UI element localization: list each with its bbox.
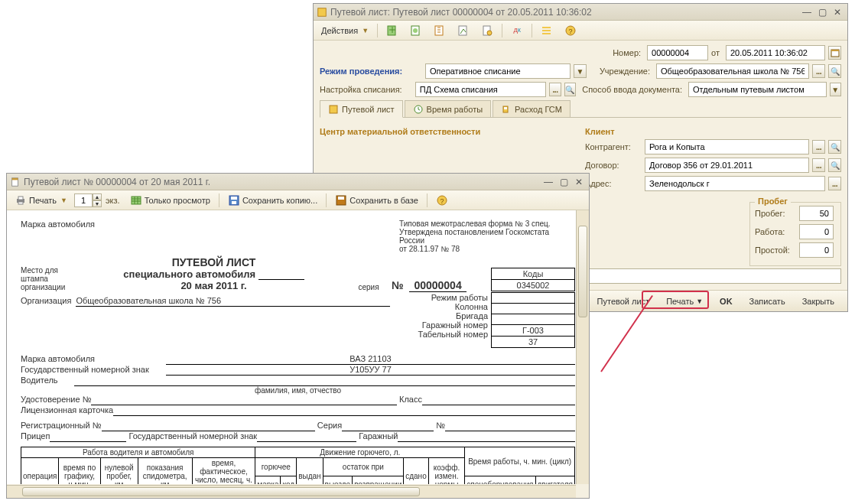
help-button[interactable]: ? bbox=[431, 193, 453, 208]
toolbar-icon-3[interactable] bbox=[429, 23, 450, 38]
search-icon[interactable]: 🔍 bbox=[828, 140, 841, 154]
search-icon[interactable]: 🔍 bbox=[564, 83, 576, 96]
svg-rect-18 bbox=[504, 107, 507, 109]
toolbar: Действия▼ ДК ? bbox=[314, 21, 847, 41]
maximize-button[interactable]: ▢ bbox=[557, 177, 571, 187]
class-label: Класс bbox=[399, 395, 422, 405]
mileage-legend: Пробег bbox=[755, 197, 791, 206]
toolbar-icon-debit-credit[interactable]: ДК bbox=[506, 23, 528, 38]
select-button[interactable] bbox=[812, 158, 825, 172]
number-input[interactable] bbox=[647, 45, 708, 60]
contract-input[interactable] bbox=[645, 158, 809, 173]
close-button[interactable]: ✕ bbox=[572, 177, 586, 187]
toolbar-icon-2[interactable] bbox=[405, 23, 427, 38]
work-input[interactable] bbox=[799, 224, 834, 239]
print-menu-button[interactable]: Печать▼ bbox=[659, 294, 710, 309]
series-label: серия bbox=[346, 283, 392, 291]
titlebar: Путевой лист № 00000004 от 20 мая 2011 г… bbox=[7, 174, 589, 190]
help-button[interactable]: ? bbox=[560, 23, 581, 38]
horizontal-scrollbar[interactable] bbox=[7, 485, 576, 498]
dropdown-icon[interactable]: ▼ bbox=[574, 64, 587, 78]
driver-label: Водитель bbox=[21, 376, 74, 386]
docmode-label: Способ ввода документа: bbox=[582, 85, 682, 94]
svg-rect-29 bbox=[232, 201, 236, 204]
svg-point-3 bbox=[413, 28, 418, 33]
close-button[interactable]: ✕ bbox=[831, 7, 844, 18]
dropdown-icon[interactable]: ▼ bbox=[830, 83, 841, 96]
doc-title: ПУТЕВОЙ ЛИСТ bbox=[82, 256, 346, 268]
tab-fuel[interactable]: Расход ГСМ bbox=[493, 100, 571, 117]
toolbar-icon-list[interactable] bbox=[536, 23, 558, 38]
window-title: Путевой лист: Путевой лист 00000004 от 2… bbox=[330, 7, 800, 18]
minimize-button[interactable]: — bbox=[800, 7, 814, 18]
idle-label: Простой: bbox=[755, 245, 793, 255]
toolbar-icon-4[interactable] bbox=[453, 23, 474, 38]
copies-spinner[interactable]: ▲▼ bbox=[74, 193, 102, 207]
print-preview-window[interactable]: Путевой лист № 00000004 от 20 мая 2011 г… bbox=[6, 173, 590, 499]
address-input[interactable] bbox=[645, 176, 825, 191]
tabnum-value: 37 bbox=[491, 336, 575, 348]
svg-rect-14 bbox=[831, 50, 839, 51]
svg-point-7 bbox=[487, 31, 492, 35]
select-button[interactable] bbox=[812, 64, 825, 78]
actions-menu[interactable]: Действия▼ bbox=[317, 23, 373, 38]
docmode-input[interactable] bbox=[688, 82, 826, 97]
number-symbol: № bbox=[392, 279, 404, 291]
idle-input[interactable] bbox=[799, 242, 834, 258]
code-value: 0345002 bbox=[491, 279, 575, 291]
table-icon bbox=[130, 194, 142, 206]
print-button[interactable]: Печать▼ bbox=[10, 193, 72, 208]
garage-value: Г-003 bbox=[491, 324, 575, 337]
stamp-place-label: Место для штампа организации bbox=[21, 266, 82, 291]
select-button[interactable] bbox=[812, 140, 825, 154]
select-button[interactable] bbox=[549, 83, 561, 96]
contract-label: Договор: bbox=[585, 161, 639, 170]
svg-rect-15 bbox=[330, 106, 337, 113]
column-label: Колонна bbox=[392, 302, 488, 311]
maximize-button[interactable]: ▢ bbox=[815, 7, 829, 18]
search-icon[interactable]: 🔍 bbox=[828, 64, 841, 78]
mode-label: Режим проведения: bbox=[320, 67, 419, 76]
save-db-button[interactable]: Сохранить в базе bbox=[330, 193, 423, 208]
spin-up[interactable]: ▲ bbox=[93, 193, 102, 200]
mode-select[interactable] bbox=[425, 63, 571, 79]
close-form-button[interactable]: Закрыть bbox=[795, 294, 841, 309]
date-input[interactable] bbox=[726, 45, 825, 60]
cmo-heading: Центр материальной ответственности bbox=[320, 127, 576, 136]
minimize-button[interactable]: — bbox=[541, 177, 555, 187]
form-note-2: Утверждена постановлением Госкомстата Ро… bbox=[399, 228, 575, 245]
svg-rect-28 bbox=[231, 197, 237, 200]
svg-rect-10 bbox=[542, 33, 551, 34]
print-toolbar: Печать▼ ▲▼ экз. Только просмотр Сохранит… bbox=[7, 190, 589, 210]
tab-worktime[interactable]: Время работы bbox=[405, 100, 492, 117]
codes-label: Коды bbox=[491, 268, 575, 280]
address-label: Адрес: bbox=[585, 179, 639, 188]
trailer-plate-label: Государственный номерной знак bbox=[128, 431, 257, 442]
svg-text:?: ? bbox=[440, 197, 444, 205]
num2-label: № bbox=[436, 421, 445, 431]
save-copy-button[interactable]: Сохранить копию... bbox=[223, 193, 322, 208]
spin-down[interactable]: ▼ bbox=[93, 200, 102, 207]
series2-label: Серия bbox=[317, 421, 342, 431]
counterparty-input[interactable] bbox=[645, 139, 809, 154]
select-button[interactable] bbox=[828, 177, 841, 190]
view-only-button[interactable]: Только просмотр bbox=[125, 193, 215, 208]
svg-text:?: ? bbox=[569, 28, 573, 35]
run-input[interactable] bbox=[799, 206, 834, 221]
diskette-db-icon bbox=[335, 194, 347, 206]
vertical-scrollbar[interactable] bbox=[576, 210, 589, 484]
waybill-print-button[interactable]: Путевой лист bbox=[590, 294, 657, 309]
write-button[interactable]: Записать bbox=[743, 294, 792, 309]
reg-label: Регистрационный № bbox=[21, 421, 102, 431]
search-icon[interactable]: 🔍 bbox=[828, 158, 841, 172]
ok-button[interactable]: OK bbox=[713, 294, 740, 309]
tab-waybill[interactable]: Путевой лист bbox=[320, 100, 403, 118]
number-label: Номер: bbox=[613, 48, 641, 57]
mode-label: Режим работы bbox=[392, 293, 488, 302]
toolbar-icon-1[interactable] bbox=[382, 23, 403, 38]
license-label: Удостоверение № bbox=[21, 395, 91, 405]
org-input[interactable] bbox=[656, 63, 809, 79]
calendar-icon[interactable] bbox=[828, 46, 841, 60]
writeoff-input[interactable] bbox=[415, 82, 546, 97]
toolbar-icon-5[interactable] bbox=[476, 23, 498, 38]
